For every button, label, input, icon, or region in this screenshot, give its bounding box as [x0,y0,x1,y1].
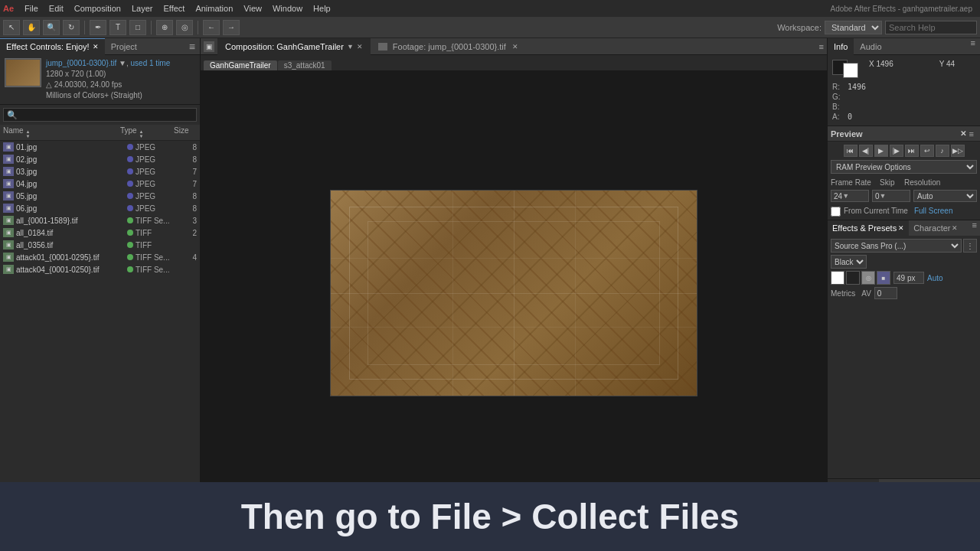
audio-tab[interactable]: Audio [854,38,887,55]
zoom-tool[interactable]: 🔍 [43,20,60,35]
list-item[interactable]: ▣ all_0184.tif TIFF 2 [0,227,200,239]
list-item[interactable]: ▣ attack01_{0001-0295}.tif TIFF Se... 4 [0,251,200,263]
file-name-label: jump_{0001-0300}.tif ▼, used 1 time [46,58,195,69]
main-layout: Effect Controls: Enjoy! ✕ Project ≡ jump… [0,38,980,534]
color-picker-btn[interactable]: ◎ [861,271,875,285]
effects-tab-close[interactable]: ✕ [898,224,904,232]
workspace-dropdown[interactable]: Standard [825,21,882,34]
menu-item-view[interactable]: View [239,2,266,15]
menu-item-effect[interactable]: Effect [158,2,189,15]
comp-tabs: ▣ Composition: GanhGameTrailer ▼ ✕ Foota… [201,38,827,55]
skip-value[interactable]: 0 ▼ [872,190,910,202]
font-name-dropdown[interactable]: Source Sans Pro (...) [831,239,962,253]
file-type-icon: ▣ [3,204,14,213]
preview-step-back-btn[interactable]: ◀| [859,145,873,157]
center-panel: ▣ Composition: GanhGameTrailer ▼ ✕ Foota… [201,38,827,534]
background-color-box[interactable] [843,63,858,78]
pen-tool[interactable]: ✒ [90,20,106,35]
menu-item-composition[interactable]: Composition [70,2,126,15]
sub-tab-attack[interactable]: s3_attack01 [278,60,332,70]
sub-tab-ganh[interactable]: GanhGameTrailer [204,60,277,70]
menu-item-animation[interactable]: Animation [191,2,237,15]
list-item[interactable]: ▣ 01.jpg JPEG 8 [0,141,200,153]
color-swatch[interactable]: ■ [877,271,890,285]
preview-first-btn[interactable]: ⏮ [844,145,858,157]
list-item[interactable]: ▣ all_{0001-1589}.tif TIFF Se... 3 [0,214,200,227]
viewer-canvas [330,190,697,396]
file-type-icon: ▣ [3,216,14,225]
list-item[interactable]: ▣ 04.jpg JPEG 7 [0,178,200,190]
preview-menu[interactable]: ≡ [966,129,977,139]
selection-tool[interactable]: ↖ [3,20,20,35]
shape-tool[interactable]: □ [129,20,146,35]
composition-tab[interactable]: Composition: GanhGameTrailer ▼ ✕ [217,38,371,55]
text-tool[interactable]: T [109,20,126,35]
preview-loop-btn[interactable]: ↩ [920,145,934,157]
full-screen-btn[interactable]: Full Screen [914,207,953,217]
preview-audio-btn[interactable]: ♪ [936,145,949,157]
character-tab[interactable]: Character ✕ [909,220,962,236]
effect-controls-tab[interactable]: Effect Controls: Enjoy! ✕ [0,38,105,55]
menu-item-help[interactable]: Help [309,2,335,15]
workspace-area: Workspace: Standard [777,21,977,34]
comp-tab-arrow[interactable]: ▼ [347,43,354,51]
clone-tool[interactable]: ⊕ [156,20,173,35]
frame-rate-value[interactable]: 24 ▼ [831,190,869,202]
undo-btn[interactable]: ← [203,20,220,35]
info-x-label: X 1496 [869,60,893,68]
rotation-tool[interactable]: ↻ [63,20,80,35]
info-tab[interactable]: Info [828,38,854,55]
ram-preview-dropdown[interactable]: RAM Preview Options [831,160,977,174]
file-color-dot [127,181,133,187]
preview-step-fwd-btn[interactable]: |▶ [890,145,903,157]
auto-btn[interactable]: Auto [927,274,943,282]
puppet-tool[interactable]: ◎ [176,20,193,35]
search-help-input[interactable] [885,21,977,34]
text-stroke-color[interactable] [846,271,860,285]
comp-tab-close[interactable]: ✕ [357,43,363,51]
redo-btn[interactable]: → [223,20,240,35]
list-item[interactable]: ▣ 03.jpg JPEG 7 [0,165,200,178]
preview-options-btn[interactable]: ▶▷ [951,145,965,157]
window-title: Adobe After Effects - ganhgametrailer.ae… [831,5,978,13]
project-search-input[interactable] [3,108,197,122]
preview-last-btn[interactable]: ⏭ [905,145,919,157]
crosshair-vertical [514,191,514,396]
preview-play-btn[interactable]: ▶ [874,145,888,157]
text-fill-color[interactable] [831,271,844,285]
menu-item-window[interactable]: Window [268,2,307,15]
file-type-icon: ▣ [3,191,14,201]
char-size-row: ◎ ■ 49 px Auto [831,271,977,285]
footage-tab-close[interactable]: ✕ [512,43,518,51]
footage-tab[interactable]: Footage: jump_{0001-0300}.tif ✕ [371,38,526,55]
font-style-dropdown[interactable]: Black [831,255,867,269]
effects-tabs: Effects & Presets ✕ Character ✕ ≡ [828,220,980,236]
menu-item-layer[interactable]: Layer [127,2,158,15]
info-panel-menu[interactable]: ≡ [966,38,980,54]
effect-controls-close[interactable]: ✕ [93,43,99,51]
comp-panel-menu[interactable]: ≡ [816,42,827,51]
preview-close[interactable]: ✕ [960,129,966,138]
sep1 [84,21,85,34]
font-size-field[interactable]: 49 px [893,272,924,284]
hand-tool[interactable]: ✋ [23,20,40,35]
font-settings-btn[interactable]: ⋮ [963,239,977,253]
menu-item-file[interactable]: File [20,2,43,15]
av-value-field[interactable]: 0 [874,287,897,299]
list-item[interactable]: ▣ 05.jpg JPEG 8 [0,190,200,202]
char-tab-close[interactable]: ✕ [952,224,958,232]
effects-panel-menu[interactable]: ≡ [969,220,980,236]
preview-resolution-dropdown[interactable]: Auto [913,190,977,202]
list-item[interactable]: ▣ all_0356.tif TIFF [0,239,200,251]
menu-item-edit[interactable]: Edit [44,2,68,15]
from-current-checkbox[interactable] [831,207,841,217]
list-item[interactable]: ▣ 02.jpg JPEG 8 [0,153,200,165]
list-item[interactable]: ▣ 06.jpg JPEG 8 [0,202,200,214]
left-panel-menu[interactable]: ≡ [185,41,200,53]
project-tab[interactable]: Project [105,38,143,55]
file-details: jump_{0001-0300}.tif ▼, used 1 time 1280… [46,58,195,101]
effects-presets-tab[interactable]: Effects & Presets ✕ [828,220,909,236]
project-search [0,105,200,125]
list-item[interactable]: ▣ attack04_{0001-0250}.tif TIFF Se... [0,263,200,276]
viewer-area [201,70,827,516]
